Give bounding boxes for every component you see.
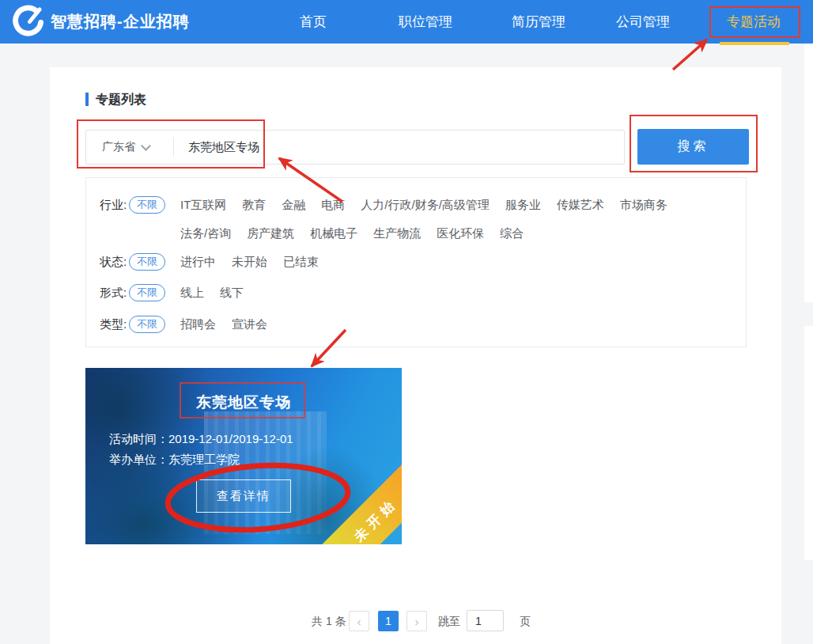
region-dropdown-value: 广东省 — [102, 140, 135, 154]
scrollbar-gap — [804, 302, 813, 326]
top-navbar: 智慧招聘-企业招聘 首页 职位管理 简历管理 公司管理 专题活动 — [0, 0, 813, 44]
nav-item-topics[interactable]: 专题活动 — [727, 0, 781, 44]
filter-option[interactable]: 招聘会 — [180, 316, 216, 333]
annotation-arrow-nav — [673, 40, 707, 70]
filter-option[interactable]: 机械电子 — [310, 225, 357, 242]
pagination-page-label: 页 — [520, 611, 531, 631]
pagination-jump-label: 跳至 — [438, 611, 460, 631]
filter-label-status: 状态: — [100, 253, 127, 271]
search-button[interactable]: 搜索 — [637, 129, 749, 165]
pagination-current-page[interactable]: 1 — [378, 611, 399, 631]
filter-option[interactable]: 已结束 — [283, 253, 319, 271]
card-host-line: 举办单位：东莞理工学院 — [109, 453, 240, 468]
card-title: 东莞地区专场 — [85, 392, 402, 413]
filter-option[interactable]: 电商 — [321, 196, 345, 214]
card-host-label: 举办单位： — [109, 453, 168, 466]
filter-industry-options-row2: 法务/咨询 房产建筑 机械电子 生产物流 医化环保 综合 — [180, 225, 524, 242]
filter-option[interactable]: 法务/咨询 — [180, 225, 231, 242]
card-time-label: 活动时间： — [109, 432, 168, 445]
filter-status-unlimited[interactable]: 不限 — [129, 253, 165, 271]
filter-status-options: 进行中 未开始 已结束 — [180, 253, 319, 271]
filter-label-form: 形式: — [100, 284, 127, 301]
app-title: 智慧招聘-企业招聘 — [51, 0, 190, 44]
nav-item-jobs[interactable]: 职位管理 — [399, 0, 452, 44]
nav-item-resumes[interactable]: 简历管理 — [512, 0, 565, 44]
active-nav-underline — [720, 42, 789, 45]
search-divider — [173, 138, 174, 157]
filter-form-options: 线上 线下 — [180, 284, 244, 301]
filter-option[interactable]: 线上 — [180, 284, 204, 301]
filter-option[interactable]: 未开始 — [232, 253, 267, 271]
filter-industry-unlimited[interactable]: 不限 — [129, 196, 165, 214]
brand-logo-icon — [11, 5, 45, 39]
filter-option[interactable]: 生产物流 — [373, 225, 421, 242]
filter-option[interactable]: 宣讲会 — [232, 316, 267, 333]
filter-form-unlimited[interactable]: 不限 — [129, 284, 165, 301]
filter-option[interactable]: 传媒艺术 — [557, 196, 604, 214]
filter-option[interactable]: IT互联网 — [180, 196, 226, 214]
filter-type-options: 招聘会 宣讲会 — [180, 316, 267, 333]
card-time-value: 2019-12-01/2019-12-01 — [168, 432, 293, 445]
filter-label-type: 类型: — [100, 316, 127, 333]
filter-option[interactable]: 进行中 — [180, 253, 216, 271]
filter-option[interactable]: 线下 — [220, 284, 244, 301]
nav-item-company[interactable]: 公司管理 — [616, 0, 670, 44]
search-bar: 广东省 — [85, 130, 625, 165]
filter-option[interactable]: 综合 — [500, 225, 524, 242]
filter-type-unlimited[interactable]: 不限 — [129, 316, 165, 333]
pagination-page-input[interactable] — [467, 610, 504, 631]
pagination-prev-button[interactable]: ‹ — [349, 611, 369, 631]
activity-card[interactable]: 东莞地区专场 活动时间：2019-12-01/2019-12-01 举办单位：东… — [85, 368, 402, 544]
app-screen: 智慧招聘-企业招聘 首页 职位管理 简历管理 公司管理 专题活动 专题列表 广东… — [0, 0, 813, 644]
filter-industry-options-row1: IT互联网 教育 金融 电商 人力/行政/财务/高级管理 服务业 传媒艺术 市场… — [180, 196, 667, 214]
filter-option[interactable]: 人力/行政/财务/高级管理 — [361, 196, 490, 214]
filter-option[interactable]: 房产建筑 — [247, 225, 294, 242]
filter-option[interactable]: 服务业 — [505, 196, 541, 214]
nav-item-home[interactable]: 首页 — [300, 0, 327, 44]
view-details-button[interactable]: 查看详情 — [196, 479, 291, 513]
card-time-line: 活动时间：2019-12-01/2019-12-01 — [109, 432, 293, 447]
page-title: 专题列表 — [96, 93, 146, 106]
card-host-value: 东莞理工学院 — [168, 453, 240, 466]
pagination-total: 共 1 条 — [312, 611, 346, 631]
chevron-down-icon — [141, 141, 151, 151]
filter-option[interactable]: 教育 — [242, 196, 266, 214]
keyword-input[interactable] — [188, 131, 624, 163]
region-dropdown[interactable]: 广东省 — [86, 140, 173, 154]
filter-option[interactable]: 金融 — [282, 196, 305, 214]
section-accent-bar — [85, 93, 89, 106]
pagination-next-button[interactable]: › — [406, 611, 427, 631]
filter-option[interactable]: 市场商务 — [620, 196, 667, 214]
filter-option[interactable]: 医化环保 — [437, 225, 484, 242]
filter-label-industry: 行业: — [100, 196, 127, 214]
